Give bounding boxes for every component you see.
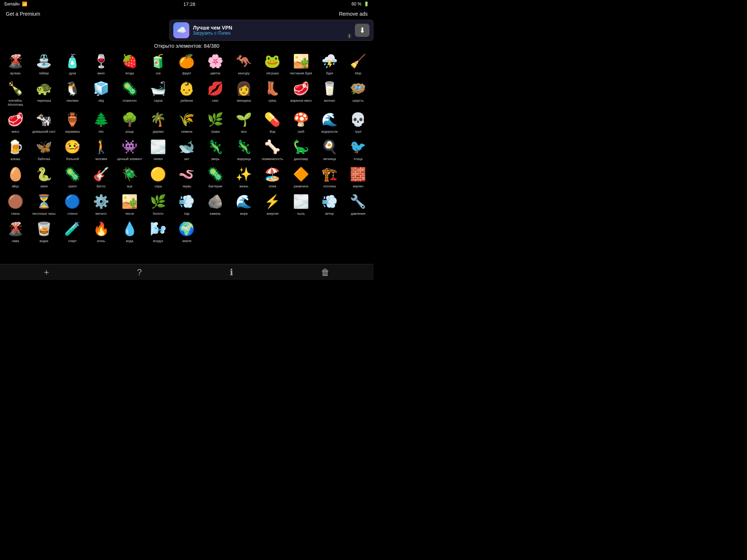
grid-item-algae[interactable]: 🌊 водоросли — [316, 109, 343, 135]
grid-item-beast[interactable]: 🦎 зверь — [201, 136, 229, 163]
grid-item-wind[interactable]: 💨 ветер — [316, 191, 343, 217]
item-icon-glass: 🔵 — [63, 192, 82, 211]
grid-item-plankton[interactable]: 🦠 планктон — [116, 78, 143, 108]
grid-item-grass[interactable]: 🌿 трава — [201, 109, 229, 135]
delete-button[interactable]: 🗑 — [314, 266, 337, 279]
grid-item-corpse[interactable]: 💀 труп — [344, 109, 372, 135]
grid-item-sex[interactable]: 💋 секс — [201, 78, 229, 108]
grid-item-beach[interactable]: 🏖️ пляж — [259, 163, 286, 190]
grid-item-iodine[interactable]: 💊 йод — [259, 109, 286, 135]
grid-item-rawmeat[interactable]: 🥩 мясо — [1, 109, 29, 135]
item-label-worm: червь — [182, 184, 191, 188]
grid-item-berry[interactable]: 🍓 ягода — [116, 50, 143, 77]
info-button[interactable]: ℹ — [222, 266, 240, 279]
grid-item-moss[interactable]: 🌱 мох — [230, 109, 258, 135]
grid-item-glass[interactable]: 🔵 стекло — [59, 191, 86, 217]
grid-item-flower[interactable]: 🌸 цветок — [201, 50, 229, 77]
grid-item-metal[interactable]: ⚙️ металл — [87, 191, 115, 217]
ad-download-button[interactable]: ⬇ — [355, 24, 369, 37]
grid-item-alcohol[interactable]: 🧪 спирт — [59, 218, 86, 245]
grid-item-grove[interactable]: 🌳 роща — [116, 109, 143, 135]
grid-item-mop[interactable]: 🧹 Mop — [344, 50, 372, 77]
grid-item-sauna[interactable]: 🛁 сауна — [144, 78, 172, 108]
grid-item-milk[interactable]: 🥛 молоко — [316, 78, 343, 108]
grid-item-flu[interactable]: 🦠 грипп — [59, 163, 86, 190]
add-button[interactable]: + — [36, 266, 56, 279]
grid-item-geyser[interactable]: ⛲ гейзер — [30, 50, 58, 77]
grid-item-dust[interactable]: 🌫️ пыль — [287, 191, 315, 217]
grid-item-dinosaur[interactable]: 🦕 динозавр — [287, 136, 315, 163]
grid-item-wine[interactable]: 🍷 вино — [87, 50, 115, 77]
grid-item-forest[interactable]: 🌲 лес — [87, 109, 115, 135]
grid-item-kangaroo[interactable]: 🦘 кенгуру — [230, 50, 258, 77]
grid-item-fossil[interactable]: 🦴 окаменелость — [259, 136, 286, 163]
grid-item-stone[interactable]: 🪨 камень — [201, 191, 229, 217]
grid-item-ice[interactable]: 🧊 лёд — [87, 78, 115, 108]
grid-item-vodka[interactable]: 🥃 водка — [30, 218, 58, 245]
grid-item-sick[interactable]: 🤒 больной — [59, 136, 86, 163]
grid-item-life[interactable]: ✨ жизнь — [230, 163, 258, 190]
grid-item-child[interactable]: 👶 ребенок — [173, 78, 201, 108]
grid-item-whale[interactable]: 🐋 кит — [173, 136, 201, 163]
grid-item-water[interactable]: 💧 вода — [116, 218, 143, 245]
grid-item-air[interactable]: 🌬️ воздух — [144, 218, 172, 245]
grid-item-ash[interactable]: 🌫️ пепел — [144, 136, 172, 163]
grid-item-bug[interactable]: 🪲 жук — [116, 163, 143, 190]
grid-item-dirt[interactable]: 👢 грязь — [259, 78, 286, 108]
grid-item-ceramics[interactable]: 🏺 керамика — [59, 109, 86, 135]
grid-item-dam[interactable]: 🏗️ плотина — [316, 163, 343, 190]
grid-item-fried_egg[interactable]: 🍳 яичница — [316, 136, 343, 163]
grid-item-rust[interactable]: 🔶 ржавчина — [287, 163, 315, 190]
grid-item-earth[interactable]: 🌍 земля — [173, 218, 201, 245]
grid-item-human[interactable]: 🚶 человек — [87, 136, 115, 163]
header-bar: Get a Premium Remove ads — [0, 8, 374, 20]
grid-item-bacteria[interactable]: 🦠 бактерии — [201, 163, 229, 190]
grid-item-beatle[interactable]: 🎸 Битлз — [87, 163, 115, 190]
grid-item-fire[interactable]: 🔥 огонь — [87, 218, 115, 245]
grid-item-meat[interactable]: 🥩 жареное мясо — [287, 78, 315, 108]
grid-item-penguin[interactable]: 🐧 пингвин — [59, 78, 86, 108]
grid-item-butterfly[interactable]: 🦋 бабочка — [30, 136, 58, 163]
grid-item-energy[interactable]: ⚡ энергия — [259, 191, 286, 217]
grid-item-worm[interactable]: 🪱 червь — [173, 163, 201, 190]
grid-item-storm[interactable]: ⛈️ буря — [316, 50, 343, 77]
grid-item-perfume[interactable]: 🧴 духи — [59, 50, 86, 77]
premium-button[interactable]: Get a Premium — [6, 11, 40, 17]
remove-ads-button[interactable]: Remove ads — [339, 11, 368, 17]
grid-item-sand[interactable]: 🏜️ песок — [116, 191, 143, 217]
grid-item-drunk[interactable]: 🍺 алкаш — [1, 136, 29, 163]
grid-item-woman[interactable]: 👩 женщина — [230, 78, 258, 108]
grid-item-lava[interactable]: 🌋 лава — [1, 218, 29, 245]
grid-item-livestock[interactable]: 🐄 домашний скот — [30, 109, 58, 135]
grid-item-fruit[interactable]: 🍊 фрукт — [173, 50, 201, 77]
grid-item-snake[interactable]: 🐍 змея — [30, 163, 58, 190]
grid-item-bird[interactable]: 🐦 птица — [344, 136, 372, 163]
ad-banner[interactable]: ☁️ Лучше чем VPN Загрузить с iTunes ℹ ⬇ — [169, 20, 374, 41]
item-label-molotov: коктейль Молотова — [3, 99, 28, 107]
grid-item-swamp[interactable]: 🌿 болото — [144, 191, 172, 217]
grid-item-volcano[interactable]: 🌋 вулкан — [1, 50, 29, 77]
grid-item-sulfur[interactable]: 🟡 сера — [144, 163, 172, 190]
grid-item-molotov[interactable]: 🍾 коктейль Молотова — [1, 78, 29, 108]
item-icon-lava: 🌋 — [6, 219, 25, 238]
item-icon-dust: 🌫️ — [291, 192, 310, 211]
grid-item-sandstorm[interactable]: 🏜️ песчаная буря — [287, 50, 315, 77]
grid-item-lizard[interactable]: 🦎 ящерица — [230, 136, 258, 163]
grid-item-element[interactable]: 👾 ценный элемент — [116, 136, 143, 163]
item-label-snake: змея — [40, 184, 47, 188]
grid-item-egg[interactable]: 🥚 яйцо — [1, 163, 29, 190]
grid-item-juice[interactable]: 🧃 сок — [144, 50, 172, 77]
grid-item-pressure[interactable]: 🔧 давление — [344, 191, 372, 217]
grid-item-tree[interactable]: 🌴 дерево — [144, 109, 172, 135]
grid-item-turtle[interactable]: 🐢 черепаха — [30, 78, 58, 108]
grid-item-wool[interactable]: 🪺 шерсть — [344, 78, 372, 108]
grid-item-seeds[interactable]: 🌾 семена — [173, 109, 201, 135]
grid-item-mushroom[interactable]: 🍄 гриб — [287, 109, 315, 135]
grid-item-sea[interactable]: 🌊 море — [230, 191, 258, 217]
grid-item-hourglass[interactable]: ⏳ песочные часы — [30, 191, 58, 217]
grid-item-frog[interactable]: 🐸 лягушка — [259, 50, 286, 77]
grid-item-clay[interactable]: 🟤 глина — [1, 191, 29, 217]
grid-item-steam[interactable]: 💨 пар — [173, 191, 201, 217]
grid-item-brick[interactable]: 🧱 кирпич — [344, 163, 372, 190]
help-button[interactable]: ? — [129, 266, 149, 279]
